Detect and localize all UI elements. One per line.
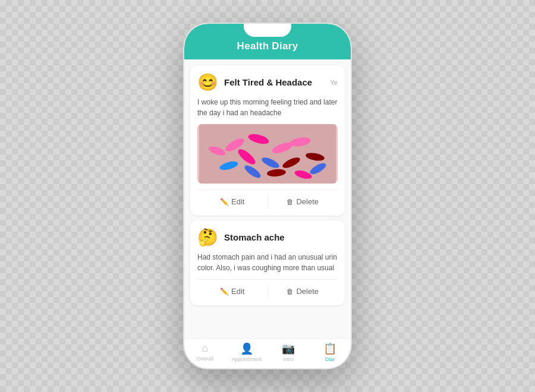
app-title: Health Diary <box>237 40 298 52</box>
phone-wrapper: Health Diary 😊 Felt Tired & Headace Ye I… <box>184 24 351 368</box>
nav-item-appointment[interactable]: 👤 Appointment <box>226 342 268 362</box>
edit-icon-2: ✏️ <box>220 287 229 296</box>
home-icon: ⌂ <box>202 342 209 355</box>
entry-1-edit-button[interactable]: ✏️ Edit <box>197 195 268 208</box>
nav-item-diary[interactable]: 📋 Diar <box>309 342 351 362</box>
appointment-icon: 👤 <box>240 342 253 355</box>
entry-2-title: Stomach ache <box>224 232 338 242</box>
scroll-content: 😊 Felt Tired & Headace Ye I woke up this… <box>184 59 351 338</box>
entry-2-edit-label: Edit <box>231 287 244 296</box>
entry-1-delete-label: Delete <box>296 197 319 206</box>
edit-icon: ✏️ <box>220 198 229 206</box>
entry-1-emoji: 😊 <box>197 72 218 92</box>
entry-1-delete-button[interactable]: 🗑 Delete <box>268 195 338 208</box>
nav-label-appointment: Appointment <box>232 356 262 362</box>
entry-1-image <box>197 124 338 184</box>
nav-label-overall: Overall <box>197 356 214 362</box>
entry-1-actions: ✏️ Edit 🗑 Delete <box>197 189 338 208</box>
nav-label-intro: Intro <box>283 356 294 362</box>
entry-1-title: Felt Tired & Headace <box>224 77 331 87</box>
bottom-nav: ⌂ Overall 👤 Appointment 📷 Intro 📋 Diar <box>184 338 351 368</box>
entry-2-header: 🤔 Stomach ache <box>197 227 338 247</box>
phone-frame: Health Diary 😊 Felt Tired & Headace Ye I… <box>184 24 351 368</box>
pills-svg <box>197 124 338 184</box>
entry-1-edit-label: Edit <box>231 197 244 206</box>
diary-entry-1: 😊 Felt Tired & Headace Ye I woke up this… <box>190 65 345 216</box>
nav-item-overall[interactable]: ⌂ Overall <box>184 342 226 362</box>
entry-2-actions: ✏️ Edit 🗑 Delete <box>197 279 338 298</box>
nav-item-intro[interactable]: 📷 Intro <box>268 342 309 362</box>
entry-1-body: I woke up this morning feeling tried and… <box>197 97 338 118</box>
delete-icon-2: 🗑 <box>287 287 294 296</box>
delete-icon: 🗑 <box>287 198 294 206</box>
entry-1-time: Ye <box>331 79 338 86</box>
notch <box>244 24 291 37</box>
diary-icon: 📋 <box>323 342 336 355</box>
entry-1-header: 😊 Felt Tired & Headace Ye <box>197 72 338 92</box>
entry-2-edit-button[interactable]: ✏️ Edit <box>197 284 268 298</box>
nav-label-diary: Diar <box>325 356 335 362</box>
entry-2-body: Had stomach pain and i had an unusual ur… <box>197 252 338 273</box>
entry-2-delete-label: Delete <box>296 287 319 296</box>
diary-entry-2: 🤔 Stomach ache Had stomach pain and i ha… <box>190 220 345 305</box>
entry-2-emoji: 🤔 <box>197 227 218 247</box>
intro-icon: 📷 <box>282 342 295 355</box>
entry-2-delete-button[interactable]: 🗑 Delete <box>268 284 338 298</box>
phone-screen: Health Diary 😊 Felt Tired & Headace Ye I… <box>184 24 351 368</box>
